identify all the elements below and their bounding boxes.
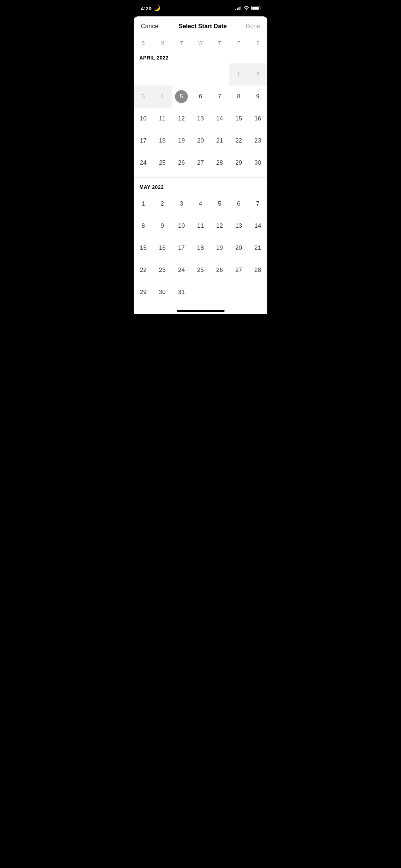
day-cell-apr-26[interactable]: 26 (172, 152, 191, 174)
day-cell-may-15[interactable]: 15 (134, 237, 153, 259)
day-cell-apr-5[interactable]: 5 (172, 86, 191, 108)
day-cell-may-10[interactable]: 10 (172, 215, 191, 237)
day-cell-may-28[interactable]: 28 (248, 259, 267, 281)
status-right (235, 6, 260, 11)
day-cell-may-22[interactable]: 22 (134, 259, 153, 281)
day-cell-apr-2[interactable]: 2 (248, 63, 267, 86)
day-cell (134, 63, 153, 86)
weekday-thu: T (210, 39, 229, 47)
day-cell-apr-21[interactable]: 21 (210, 130, 229, 152)
day-cell-may-26[interactable]: 26 (210, 259, 229, 281)
day-cell-may-19[interactable]: 19 (210, 237, 229, 259)
weekday-wed: W (191, 39, 210, 47)
day-cell-may-7[interactable]: 7 (248, 193, 267, 215)
day-cell-may-4[interactable]: 4 (191, 193, 210, 215)
time-display: 4:20 (141, 5, 151, 11)
day-cell-apr-10[interactable]: 10 (134, 108, 153, 130)
date-picker-sheet: Cancel Select Start Date Done S M T W T … (134, 16, 267, 314)
day-cell-may-5[interactable]: 5 (210, 193, 229, 215)
day-cell-may-8[interactable]: 8 (134, 215, 153, 237)
day-cell-may-12[interactable]: 12 (210, 215, 229, 237)
day-cell-may-25[interactable]: 25 (191, 259, 210, 281)
day-cell-apr-7[interactable]: 7 (210, 86, 229, 108)
day-cell-may-23[interactable]: 23 (153, 259, 172, 281)
day-cell-may-29[interactable]: 29 (134, 281, 153, 303)
day-cell-apr-8[interactable]: 8 (229, 86, 248, 108)
day-cell (191, 63, 210, 86)
may-calendar-grid: 1 2 3 4 5 6 7 8 9 10 11 12 13 14 15 16 1… (134, 193, 267, 303)
day-cell-may-18[interactable]: 18 (191, 237, 210, 259)
day-cell-may-27[interactable]: 27 (229, 259, 248, 281)
day-cell-may-6[interactable]: 6 (229, 193, 248, 215)
day-cell (210, 63, 229, 86)
day-cell-apr-25[interactable]: 25 (153, 152, 172, 174)
day-cell-may-2[interactable]: 2 (153, 193, 172, 215)
day-cell (229, 281, 248, 303)
day-cell-may-31[interactable]: 31 (172, 281, 191, 303)
day-cell-apr-6[interactable]: 6 (191, 86, 210, 108)
day-cell-apr-15[interactable]: 15 (229, 108, 248, 130)
may-month-label: MAY 2022 (134, 178, 267, 193)
day-cell-may-16[interactable]: 16 (153, 237, 172, 259)
home-indicator (134, 307, 267, 314)
day-cell (153, 63, 172, 86)
day-cell-apr-24[interactable]: 24 (134, 152, 153, 174)
weekday-mon: M (153, 39, 172, 47)
weekday-sat: S (248, 39, 267, 47)
day-cell-apr-30[interactable]: 30 (248, 152, 267, 174)
day-cell-apr-23[interactable]: 23 (248, 130, 267, 152)
day-cell-may-24[interactable]: 24 (172, 259, 191, 281)
may-2022-section: MAY 2022 1 2 3 4 5 6 7 8 9 10 11 12 13 1… (134, 178, 267, 303)
day-cell-apr-13[interactable]: 13 (191, 108, 210, 130)
day-cell-apr-4[interactable]: 4 (153, 86, 172, 108)
april-2022-section: APRIL 2022 1 2 3 4 5 6 7 8 9 10 1 (134, 48, 267, 174)
battery-icon (251, 6, 260, 10)
day-cell-apr-28[interactable]: 28 (210, 152, 229, 174)
weekday-fri: F (229, 39, 248, 47)
day-cell-apr-18[interactable]: 18 (153, 130, 172, 152)
status-bar: 4:20 🌙 (134, 0, 267, 14)
day-cell-may-20[interactable]: 20 (229, 237, 248, 259)
april-month-label: APRIL 2022 (134, 48, 267, 63)
day-cell-may-14[interactable]: 14 (248, 215, 267, 237)
cancel-button[interactable]: Cancel (141, 23, 160, 30)
day-cell-may-3[interactable]: 3 (172, 193, 191, 215)
day-cell-apr-29[interactable]: 29 (229, 152, 248, 174)
day-cell-apr-11[interactable]: 11 (153, 108, 172, 130)
day-cell-may-30[interactable]: 30 (153, 281, 172, 303)
wifi-icon (243, 6, 249, 11)
day-cell-may-21[interactable]: 21 (248, 237, 267, 259)
moon-icon: 🌙 (154, 5, 160, 11)
day-cell-apr-14[interactable]: 14 (210, 108, 229, 130)
day-cell-apr-9[interactable]: 9 (248, 86, 267, 108)
day-cell-apr-12[interactable]: 12 (172, 108, 191, 130)
day-cell-may-9[interactable]: 9 (153, 215, 172, 237)
day-cell-apr-22[interactable]: 22 (229, 130, 248, 152)
april-calendar-grid: 1 2 3 4 5 6 7 8 9 10 11 12 13 14 15 16 1… (134, 63, 267, 174)
modal-title: Select Start Date (179, 23, 227, 30)
weekday-tue: T (172, 39, 191, 47)
day-cell-apr-20[interactable]: 20 (191, 130, 210, 152)
done-button[interactable]: Done (246, 23, 260, 30)
signal-icon (235, 6, 241, 10)
day-cell-apr-3[interactable]: 3 (134, 86, 153, 108)
weekday-header: S M T W T F S (134, 35, 267, 48)
day-cell (191, 281, 210, 303)
day-cell (210, 281, 229, 303)
day-cell-apr-27[interactable]: 27 (191, 152, 210, 174)
day-cell-may-17[interactable]: 17 (172, 237, 191, 259)
weekday-sun: S (134, 39, 153, 47)
day-cell (172, 63, 191, 86)
day-cell-apr-19[interactable]: 19 (172, 130, 191, 152)
phone-frame: 4:20 🌙 Cancel Select Start Dat (134, 0, 267, 314)
day-cell-apr-17[interactable]: 17 (134, 130, 153, 152)
day-cell-may-13[interactable]: 13 (229, 215, 248, 237)
home-bar (177, 310, 225, 312)
day-cell-may-1[interactable]: 1 (134, 193, 153, 215)
day-cell-may-11[interactable]: 11 (191, 215, 210, 237)
day-cell (248, 281, 267, 303)
day-cell-apr-16[interactable]: 16 (248, 108, 267, 130)
day-cell-apr-1[interactable]: 1 (229, 63, 248, 86)
modal-header: Cancel Select Start Date Done (134, 16, 267, 35)
status-left: 4:20 🌙 (141, 5, 160, 11)
